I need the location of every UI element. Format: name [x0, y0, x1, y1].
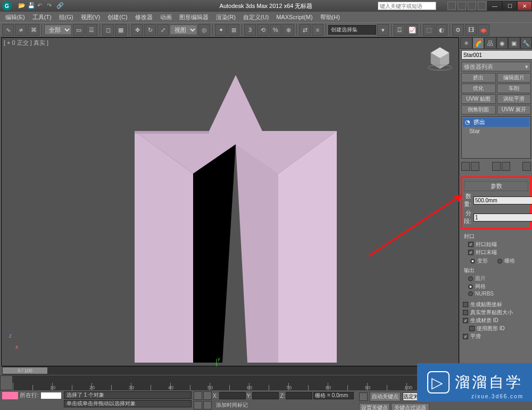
keyfilter-button[interactable]: 关键点过滤器	[391, 403, 429, 410]
qat-redo-icon[interactable]: ↷	[47, 2, 54, 10]
menu-customize[interactable]: 自定义(U)	[240, 12, 272, 22]
qat-link-icon[interactable]: 🔗	[56, 2, 64, 10]
setkey-button[interactable]: 设置关键点	[359, 403, 390, 410]
time-handle[interactable]: 0 / 100	[2, 367, 48, 374]
info-search-icon[interactable]	[447, 2, 456, 10]
quick-mod-uvwmap[interactable]: UVW 贴图	[461, 94, 496, 104]
qat-open-icon[interactable]: 📂	[18, 2, 26, 10]
quick-mod-extrude[interactable]: 挤出	[461, 73, 496, 83]
show-end-icon[interactable]	[471, 162, 479, 171]
listener-icon[interactable]	[203, 401, 212, 409]
mirror-icon[interactable]: ⇄	[299, 24, 311, 36]
quick-mod-turbosmooth[interactable]: 涡轮平滑	[497, 94, 531, 104]
morph-radio[interactable]	[470, 259, 475, 264]
render-icon[interactable]: 🫖	[478, 24, 489, 36]
tab-display[interactable]: ▣	[508, 37, 520, 49]
pctsnap-icon[interactable]: %	[270, 24, 281, 36]
menu-maxscript[interactable]: MAXScript(M)	[273, 13, 315, 21]
grid-radio[interactable]	[497, 259, 502, 264]
rotate-icon[interactable]: ↻	[144, 24, 156, 36]
select-rect-icon[interactable]: ◻	[102, 24, 114, 36]
menu-modifiers[interactable]: 修改器	[132, 12, 156, 22]
autokey-button[interactable]: 自动关键点	[370, 392, 401, 401]
quick-mod-lathe[interactable]: 车削	[497, 84, 531, 93]
quick-mod-optimize[interactable]: 优化	[461, 84, 496, 93]
cap-end-checkbox[interactable]	[468, 250, 473, 255]
iso-icon[interactable]	[203, 391, 212, 400]
quick-mod-bevelprofile[interactable]: 倒角剖面	[461, 105, 496, 114]
modifier-stack[interactable]: ◔ 挤出 Star	[461, 116, 531, 159]
layers-icon[interactable]: ☲	[394, 24, 405, 36]
pin-stack-icon[interactable]	[461, 162, 470, 171]
link-icon[interactable]: ∿	[2, 24, 14, 36]
tab-modify[interactable]: 🌈	[472, 37, 485, 49]
named-selection-input[interactable]	[328, 25, 376, 35]
menu-rendering[interactable]: 渲染(R)	[213, 12, 239, 22]
coord-z-input[interactable]	[286, 392, 312, 399]
viewport-label[interactable]: [ + 0 正交 ] 真实 ]	[4, 39, 48, 47]
qat-undo-icon[interactable]: ↶	[37, 2, 45, 10]
out-nurbs-radio[interactable]	[468, 291, 473, 296]
minimize-button[interactable]: —	[487, 1, 502, 11]
menu-group[interactable]: 组(G)	[56, 12, 77, 22]
move-icon[interactable]: ✥	[131, 24, 143, 36]
stack-item-star[interactable]: Star	[463, 127, 529, 135]
scale-icon[interactable]: ⤢	[157, 24, 169, 36]
maximize-button[interactable]: ☐	[502, 1, 517, 11]
rollout-header[interactable]: 参数	[464, 181, 528, 191]
key-icon[interactable]	[359, 392, 368, 401]
useshape-checkbox[interactable]	[469, 326, 475, 331]
trackbar-toggle[interactable]	[0, 375, 13, 390]
matedit-icon[interactable]: ◐	[436, 24, 447, 36]
coord-y-input[interactable]	[252, 392, 279, 399]
cap-start-checkbox[interactable]	[468, 242, 473, 247]
manip-icon[interactable]: ✦	[215, 24, 227, 36]
menu-edit[interactable]: 编辑(E)	[2, 12, 28, 22]
viewcube[interactable]	[426, 42, 454, 71]
bind-icon[interactable]: ⌘	[28, 24, 39, 36]
out-mesh-radio[interactable]	[468, 284, 473, 289]
tab-utilities[interactable]: 🔧	[520, 37, 533, 49]
pivot-icon[interactable]: ◎	[198, 24, 210, 36]
quick-mod-unwrap[interactable]: UVW 展开	[497, 105, 531, 114]
tab-motion[interactable]: ◉	[496, 37, 509, 49]
viewport[interactable]: [ + 0 正交 ] 真实 ] y x zx	[1, 37, 459, 366]
curve-icon[interactable]: 📈	[406, 24, 418, 36]
rendersetup-icon[interactable]: ⚙	[452, 24, 464, 36]
make-unique-icon[interactable]	[492, 162, 501, 171]
menu-tools[interactable]: 工具(T)	[29, 12, 55, 22]
out-patch-radio[interactable]	[468, 276, 473, 281]
keymode-icon[interactable]: ⊞	[228, 24, 239, 36]
genmatid-checkbox[interactable]	[463, 318, 468, 323]
quick-mod-editpatch[interactable]: 编辑面片	[497, 73, 531, 83]
script-icon[interactable]	[194, 401, 202, 409]
window-crossing-icon[interactable]: ▦	[115, 24, 127, 36]
help-search-input[interactable]	[378, 2, 436, 10]
stack-item-extrude[interactable]: ◔ 挤出	[463, 118, 529, 127]
anglesnap-icon[interactable]: ⟲	[257, 24, 269, 36]
unlink-icon[interactable]: ≉	[15, 24, 27, 36]
segments-spinner[interactable]: ▲▼	[473, 214, 532, 222]
menu-create[interactable]: 创建(C)	[104, 12, 130, 22]
tab-create[interactable]: ✳	[460, 37, 472, 49]
namedsel-arrow-icon[interactable]: ▾	[377, 24, 389, 36]
align-icon[interactable]: ≡	[312, 24, 323, 36]
amount-spinner[interactable]: ▲▼	[473, 196, 532, 204]
remove-mod-icon[interactable]	[502, 162, 510, 171]
info-help-icon[interactable]	[468, 2, 476, 10]
tab-hierarchy[interactable]: 品	[484, 37, 496, 49]
close-button[interactable]: ✕	[517, 1, 532, 11]
realworld-checkbox[interactable]	[463, 310, 468, 315]
select-icon[interactable]: ▭	[73, 24, 85, 36]
menu-views[interactable]: 视图(V)	[78, 12, 104, 22]
object-name-input[interactable]	[461, 50, 532, 60]
add-time-marker[interactable]: 添加时间标记	[216, 401, 248, 409]
qat-save-icon[interactable]: 💾	[28, 2, 35, 10]
schematic-icon[interactable]: ⬚	[423, 24, 435, 36]
menu-animation[interactable]: 动画	[157, 12, 175, 22]
menu-help[interactable]: 帮助(H)	[317, 12, 343, 22]
coord-x-input[interactable]	[219, 392, 246, 399]
snap-icon[interactable]: 3	[244, 24, 256, 36]
configure-sets-icon[interactable]	[522, 162, 531, 171]
info-star-icon[interactable]	[458, 2, 466, 10]
